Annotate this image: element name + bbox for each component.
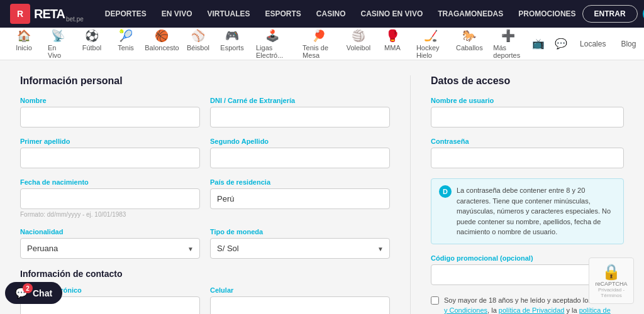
primer-apellido-group: Primer apellido: [20, 138, 200, 168]
contrasena-group: Contraseña: [431, 138, 624, 168]
tipo-moneda-label: Tipo de moneda: [210, 228, 390, 236]
inicio-icon: 🏠: [17, 29, 31, 43]
nav-en-vivo[interactable]: EN VIVO: [155, 7, 199, 21]
password-info-text: La contraseña debe contener entre 8 y 20…: [457, 185, 616, 237]
sport-hockey[interactable]: 🏒 Hockey Hielo: [410, 26, 452, 62]
sport-ligas[interactable]: 🕹️ Ligas Electró...: [250, 26, 295, 62]
contrasena-input[interactable]: [431, 148, 624, 168]
nav-deportes[interactable]: DEPORTES: [99, 7, 153, 21]
locales-button[interactable]: Locales: [575, 37, 611, 51]
sport-baloncesto-label: Baloncesto: [145, 44, 179, 51]
access-data-title: Datos de acceso: [431, 75, 624, 87]
sport-tenis-label: Tenis: [118, 44, 134, 51]
primer-apellido-input[interactable]: [20, 148, 200, 168]
recaptcha-icon: 🔒: [594, 263, 628, 281]
esports-icon: 🎮: [225, 29, 239, 43]
dni-group: DNI / Carné de Extranjería: [210, 97, 390, 127]
nav-casino-en-vivo[interactable]: CASINO EN VIVO: [355, 7, 430, 21]
sports-nav: 🏠 Inicio 📡 En Vivo ⚽ Fútbol 🎾 Tenis 🏀 Ba…: [0, 28, 644, 60]
mma-icon: 🥊: [386, 29, 399, 43]
chat-icon[interactable]: 💬: [552, 35, 570, 52]
personal-info-title: Información personal: [20, 75, 390, 87]
sport-inicio[interactable]: 🏠 Inicio: [8, 26, 40, 62]
sport-beisbol-label: Béisbol: [187, 44, 209, 51]
sport-baloncesto[interactable]: 🏀 Baloncesto: [143, 26, 180, 62]
pais-residencia-label: País de residencia: [210, 178, 390, 186]
chat-badge: 2: [23, 283, 33, 293]
nacionalidad-select[interactable]: Peruana Otro: [20, 238, 200, 259]
sport-futbol[interactable]: ⚽ Fútbol: [75, 26, 108, 62]
mas-deportes-icon: ➕: [501, 29, 515, 43]
tipo-moneda-select-wrapper: S/ Sol USD ▼: [210, 238, 390, 259]
ligas-icon: 🕹️: [265, 29, 279, 43]
recaptcha-label: reCAPTCHA: [594, 281, 628, 287]
nav-tragamonedas[interactable]: TRAGAMONEDAS: [431, 7, 509, 21]
nombre-dni-row: Nombre DNI / Carné de Extranjería: [20, 97, 390, 127]
dni-label: DNI / Carné de Extranjería: [210, 97, 390, 104]
apellidos-row: Primer apellido Segundo Apellido: [20, 138, 390, 168]
nav-virtuales[interactable]: VIRTUALES: [201, 7, 256, 21]
recaptcha-widget[interactable]: 🔒 reCAPTCHA Privacidad - Términos: [589, 257, 634, 304]
sport-mma[interactable]: 🥊 MMA: [376, 26, 409, 62]
tenis-mesa-icon: 🏓: [312, 29, 326, 43]
segundo-apellido-label: Segundo Apellido: [210, 138, 390, 145]
nombre-input[interactable]: [20, 107, 200, 127]
primer-apellido-label: Primer apellido: [20, 138, 200, 145]
sport-ligas-label: Ligas Electró...: [256, 44, 289, 59]
sport-en-vivo[interactable]: 📡 En Vivo: [42, 26, 74, 62]
privacy-link[interactable]: política de Privacidad: [499, 306, 565, 314]
usuario-input[interactable]: [431, 107, 624, 127]
logo-text: RETA: [34, 7, 65, 21]
sport-beisbol[interactable]: ⚾ Béisbol: [182, 26, 214, 62]
dni-input[interactable]: [210, 107, 390, 127]
nav-promociones[interactable]: PROMOCIONES: [512, 7, 582, 21]
main-content: Información personal Nombre DNI / Carné …: [0, 60, 644, 314]
futbol-icon: ⚽: [85, 29, 99, 43]
left-section: Información personal Nombre DNI / Carné …: [20, 75, 410, 314]
usuario-group: Nombre de usuario: [431, 97, 624, 127]
celular-label: Celular: [210, 286, 390, 294]
fecha-nacimiento-input[interactable]: [20, 188, 200, 209]
segundo-apellido-group: Segundo Apellido: [210, 138, 390, 168]
pais-residencia-input[interactable]: [210, 188, 390, 209]
logo[interactable]: R RETA bet.pe: [10, 4, 84, 24]
tipo-moneda-group: Tipo de moneda S/ Sol USD ▼: [210, 228, 390, 259]
contact-row: Correo electrónico Celular: [20, 286, 390, 314]
sport-tenis-mesa[interactable]: 🏓 Tenis de Mesa: [296, 26, 341, 62]
top-nav: R RETA bet.pe DEPORTES EN VIVO VIRTUALES…: [0, 0, 644, 28]
info-icon: D: [439, 185, 452, 198]
sport-hockey-label: Hockey Hielo: [416, 44, 445, 59]
chat-label: Chat: [33, 288, 52, 298]
nombre-label: Nombre: [20, 97, 200, 104]
nacionalidad-select-wrapper: Peruana Otro ▼: [20, 238, 200, 259]
sport-mas-deportes[interactable]: ➕ Más deportes: [487, 26, 530, 62]
chat-widget[interactable]: 2 💬 Chat: [5, 282, 62, 304]
fecha-hint: Formato: dd/mm/yyyy - ej. 10/01/1983: [20, 211, 200, 218]
top-nav-links: DEPORTES EN VIVO VIRTUALES ESPORTS CASIN…: [99, 7, 582, 21]
sport-esports[interactable]: 🎮 Esports: [216, 26, 248, 62]
fecha-nacimiento-group: Fecha de nacimiento Formato: dd/mm/yyyy …: [20, 178, 200, 218]
tenis-icon: 🎾: [119, 29, 133, 43]
tv-icon[interactable]: 📺: [530, 35, 547, 52]
pais-residencia-group: País de residencia: [210, 178, 390, 218]
entrar-button[interactable]: ENTRAR: [582, 5, 638, 23]
nav-casino[interactable]: CASINO: [310, 7, 352, 21]
tipo-moneda-select[interactable]: S/ Sol USD: [210, 238, 390, 259]
hockey-icon: 🏒: [424, 29, 438, 43]
nombre-group: Nombre: [20, 97, 200, 127]
celular-input[interactable]: [210, 296, 390, 314]
blog-button[interactable]: Blog: [616, 37, 641, 51]
nav-esports[interactable]: ESPORTS: [259, 7, 308, 21]
voleibol-icon: 🏐: [352, 29, 365, 43]
sport-en-vivo-label: En Vivo: [48, 44, 68, 59]
caballos-icon: 🐎: [462, 29, 476, 43]
sport-tenis[interactable]: 🎾 Tenis: [109, 26, 142, 62]
sport-mas-deportes-label: Más deportes: [493, 44, 523, 59]
password-info-box: D La contraseña debe contener entre 8 y …: [431, 178, 624, 244]
beisbol-icon: ⚾: [191, 29, 205, 43]
terms-checkbox[interactable]: [431, 296, 439, 305]
contact-info-title: Información de contacto: [20, 269, 390, 279]
segundo-apellido-input[interactable]: [210, 148, 390, 168]
sport-voleibol[interactable]: 🏐 Voleibol: [342, 26, 375, 62]
sport-caballos[interactable]: 🐎 Caballos: [453, 26, 486, 62]
